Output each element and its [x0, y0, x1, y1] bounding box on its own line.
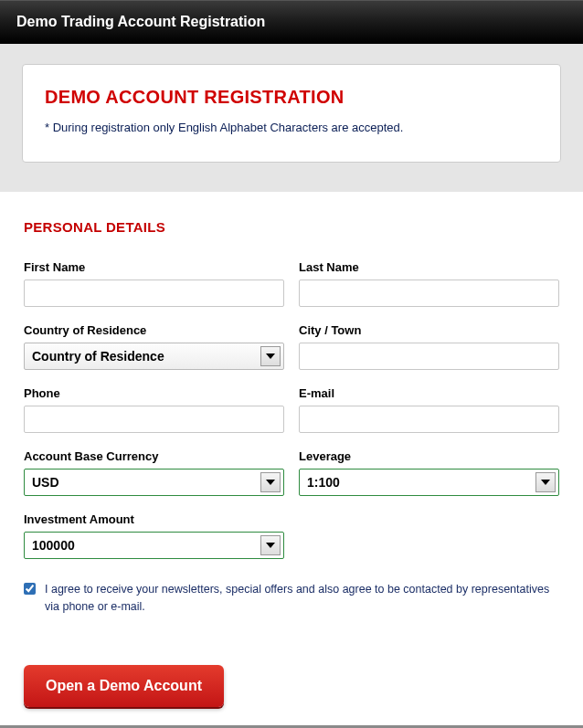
consent-row: I agree to receive your newsletters, spe…: [24, 581, 559, 616]
label-first-name: First Name: [24, 260, 284, 274]
header-band: DEMO ACCOUNT REGISTRATION * During regis…: [0, 44, 583, 192]
select-leverage-value: 1:100: [300, 470, 558, 495]
svg-marker-1: [266, 480, 275, 485]
select-investment-value: 100000: [25, 533, 283, 558]
input-email[interactable]: [299, 406, 559, 433]
chevron-down-icon: [535, 472, 556, 492]
select-country-value: Country of Residence: [25, 343, 283, 369]
label-country: Country of Residence: [24, 323, 284, 337]
field-city: City / Town: [299, 323, 559, 370]
field-phone: Phone: [24, 386, 284, 433]
window-titlebar: Demo Trading Account Registration: [0, 0, 583, 44]
section-personal-details: PERSONAL DETAILS: [24, 219, 559, 235]
field-email: E-mail: [299, 386, 559, 433]
open-demo-account-button[interactable]: Open a Demo Account: [24, 665, 224, 707]
info-title: DEMO ACCOUNT REGISTRATION: [45, 87, 538, 108]
svg-marker-2: [541, 480, 550, 485]
svg-marker-3: [266, 543, 275, 548]
label-phone: Phone: [24, 386, 284, 400]
field-currency: Account Base Currency USD: [24, 449, 284, 496]
input-city[interactable]: [299, 343, 559, 370]
select-leverage[interactable]: 1:100: [299, 469, 559, 496]
label-email: E-mail: [299, 386, 559, 400]
select-country[interactable]: Country of Residence: [24, 343, 284, 370]
label-currency: Account Base Currency: [24, 449, 284, 463]
chevron-down-icon: [260, 472, 281, 492]
chevron-down-icon: [260, 535, 281, 555]
label-investment: Investment Amount: [24, 512, 284, 526]
field-first-name: First Name: [24, 260, 284, 307]
consent-text: I agree to receive your newsletters, spe…: [45, 581, 559, 616]
chevron-down-icon: [260, 346, 281, 366]
form-area: PERSONAL DETAILS First Name Last Name Co…: [0, 192, 583, 643]
select-currency-value: USD: [25, 470, 283, 495]
input-last-name[interactable]: [299, 280, 559, 307]
consent-checkbox[interactable]: [24, 582, 36, 596]
field-country: Country of Residence Country of Residenc…: [24, 323, 284, 370]
field-last-name: Last Name: [299, 260, 559, 307]
footer: Open a Demo Account: [0, 643, 583, 725]
info-note: * During registration only English Alpha…: [45, 121, 538, 134]
field-investment: Investment Amount 100000: [24, 512, 284, 559]
info-box: DEMO ACCOUNT REGISTRATION * During regis…: [22, 64, 561, 163]
label-city: City / Town: [299, 323, 559, 337]
field-leverage: Leverage 1:100: [299, 449, 559, 496]
input-phone[interactable]: [24, 406, 284, 433]
label-last-name: Last Name: [299, 260, 559, 274]
svg-marker-0: [266, 353, 275, 359]
label-leverage: Leverage: [299, 449, 559, 463]
registration-window: Demo Trading Account Registration DEMO A…: [0, 0, 583, 725]
window-title: Demo Trading Account Registration: [16, 14, 265, 29]
select-investment[interactable]: 100000: [24, 532, 284, 559]
input-first-name[interactable]: [24, 280, 284, 307]
select-currency[interactable]: USD: [24, 469, 284, 496]
